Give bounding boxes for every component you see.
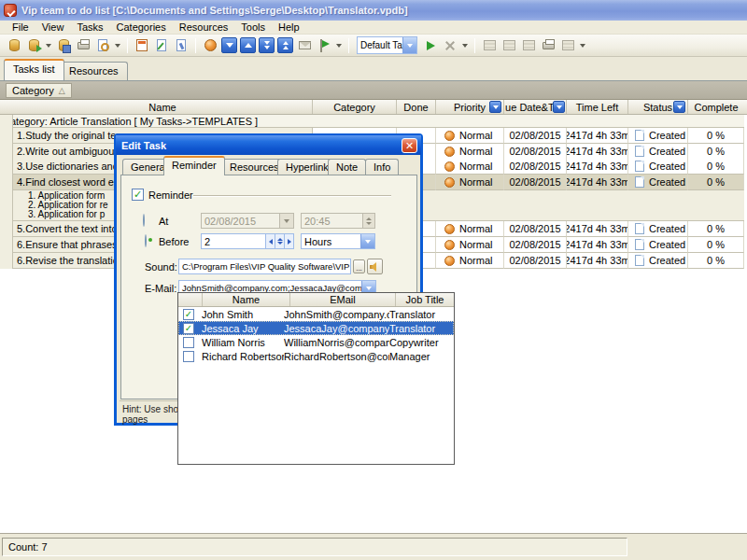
task-due-date: 02/08/2015 [504, 237, 567, 253]
spinner-icon[interactable] [275, 234, 284, 248]
move-down-icon[interactable] [221, 37, 237, 53]
print-dropdown-icon[interactable] [115, 44, 120, 48]
menu-resources[interactable]: Resources [173, 21, 235, 34]
contact-name: Richard Robertson [202, 351, 284, 362]
move-to-top-icon[interactable] [277, 37, 293, 53]
decrement-icon[interactable] [265, 234, 275, 248]
task-complete: 0 % [688, 237, 744, 253]
workspace-delete-icon[interactable] [520, 37, 537, 54]
contact-header-row: Name EMail Job Title [178, 293, 454, 307]
browse-button[interactable]: ... [353, 259, 365, 273]
assign-task-icon[interactable] [173, 37, 190, 54]
move-up-icon[interactable] [240, 37, 256, 53]
contact-row[interactable]: William Norris WilliamNorris@company.com… [178, 335, 454, 349]
contact-checkbox-unchecked[interactable] [183, 337, 194, 348]
toolbar: Default Task V [0, 35, 747, 57]
column-category[interactable]: Category [313, 100, 397, 114]
menu-view[interactable]: View [35, 21, 71, 34]
before-radio[interactable] [145, 234, 147, 247]
dialog-title-bar[interactable]: Edit Task [116, 135, 421, 155]
export-icon[interactable] [559, 37, 576, 54]
status-created-icon [635, 223, 644, 234]
at-radio[interactable] [143, 214, 145, 227]
contact-checkbox-unchecked[interactable] [183, 351, 194, 362]
move-to-bottom-icon[interactable] [259, 37, 275, 53]
new-task-icon[interactable] [134, 37, 150, 54]
play-sound-button[interactable] [367, 259, 383, 274]
group-by-category-button[interactable]: Category △ [6, 83, 72, 98]
open-database-dropdown-icon[interactable] [46, 44, 51, 48]
apply-view-icon[interactable] [422, 37, 439, 54]
close-icon[interactable]: ✕ [402, 138, 417, 153]
contact-row[interactable]: ✓ John Smith JohnSmith@company.com Trans… [178, 307, 454, 321]
reminder-checkbox[interactable]: ✓ [132, 189, 144, 201]
date-dropdown-icon[interactable] [279, 214, 293, 228]
task-status: Created [628, 175, 688, 190]
contact-job: Copywriter [389, 337, 447, 348]
dialog-tab-info[interactable]: Info [365, 159, 399, 175]
view-eye-icon[interactable] [202, 37, 218, 54]
tab-tasks-list[interactable]: Tasks list [4, 59, 64, 80]
sound-field[interactable]: C:\Program Files\VIP Quality Software\VI… [178, 259, 351, 274]
print-list-icon[interactable] [540, 37, 557, 54]
filter-flag-icon[interactable] [316, 37, 332, 54]
column-name[interactable]: Name [13, 100, 313, 114]
contact-checkbox-checked[interactable]: ✓ [183, 309, 194, 320]
menu-tasks[interactable]: Tasks [70, 21, 109, 34]
priority-normal-icon [444, 256, 455, 266]
filter-dropdown-icon[interactable] [336, 44, 342, 48]
contact-column-job[interactable]: Job Title [396, 293, 454, 306]
workspace-edit-icon[interactable] [500, 37, 517, 54]
export-dropdown-icon[interactable] [580, 44, 585, 48]
sort-ascending-icon: △ [59, 86, 65, 95]
view-dropdown-icon[interactable] [462, 44, 468, 48]
priority-filter-icon[interactable] [489, 101, 501, 113]
menu-categories[interactable]: Categories [110, 21, 173, 34]
contact-checkbox-checked[interactable]: ✓ [183, 323, 194, 334]
at-date-field[interactable]: 02/08/2015 [201, 213, 294, 229]
open-database-icon[interactable] [25, 37, 42, 54]
task-time-left: 2417d 4h 33m [567, 253, 628, 269]
status-created-icon [635, 130, 644, 141]
priority-normal-icon [444, 177, 455, 188]
contact-row-selected[interactable]: ✓ Jessaca Jay JessacaJay@company.com Tra… [178, 321, 454, 335]
column-complete[interactable]: Complete [688, 100, 744, 114]
due-date-filter-icon[interactable] [553, 101, 565, 113]
contact-column-email[interactable]: EMail [290, 293, 396, 306]
column-done[interactable]: Done [397, 100, 436, 114]
dialog-tab-reminder[interactable]: Reminder [163, 156, 225, 175]
save-database-icon[interactable] [55, 37, 72, 54]
status-count: Count: 7 [2, 538, 627, 556]
before-unit-combo[interactable]: Hours [301, 233, 375, 249]
send-email-icon[interactable] [296, 37, 313, 54]
task-view-dropdown-icon[interactable] [402, 37, 416, 53]
task-due-date: 02/08/2015 [504, 175, 567, 190]
new-database-icon[interactable] [6, 37, 22, 54]
menu-file[interactable]: File [6, 21, 35, 34]
column-header-row: Name Category △ Done Priority ue Date&Ti… [0, 100, 747, 115]
clear-view-icon[interactable] [442, 37, 458, 54]
status-filter-icon[interactable] [673, 101, 685, 113]
row-gutter [0, 115, 13, 269]
increment-icon[interactable] [284, 234, 293, 248]
contact-row[interactable]: Richard Robertson RichardRobertson@compa… [178, 349, 454, 363]
workspace-icon[interactable] [481, 37, 498, 54]
unit-dropdown-icon[interactable] [360, 234, 374, 248]
task-view-combo[interactable]: Default Task V [357, 36, 417, 54]
before-value-field[interactable]: 2 [201, 233, 294, 249]
menu-help[interactable]: Help [272, 21, 306, 34]
time-spinner-icon[interactable] [362, 214, 374, 228]
menu-tools[interactable]: Tools [234, 21, 272, 34]
dialog-tab-note[interactable]: Note [328, 159, 366, 175]
edit-task-icon[interactable] [153, 37, 170, 54]
at-time-field[interactable]: 20:45 [301, 213, 375, 229]
category-group-row[interactable]: Category: Article Translation [ My Tasks… [0, 115, 744, 128]
contact-job: Translator [389, 323, 447, 334]
menu-bar: File View Tasks Categories Resources Too… [0, 21, 747, 35]
column-time-left[interactable]: Time Left [567, 100, 628, 114]
print-icon[interactable] [75, 37, 92, 54]
print-preview-icon[interactable] [94, 37, 111, 54]
tab-resources[interactable]: Resources [60, 62, 128, 80]
priority-normal-icon [444, 131, 455, 141]
contact-column-name[interactable]: Name [203, 293, 290, 306]
